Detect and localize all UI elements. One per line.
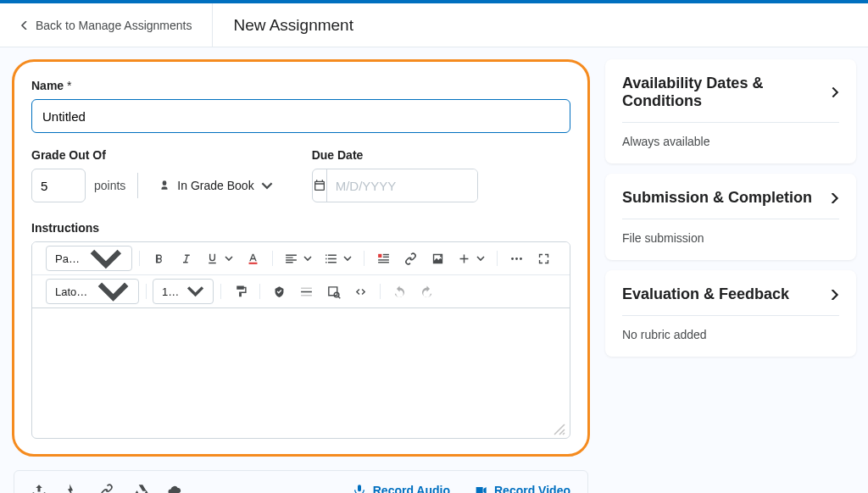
panel-availability-subtitle: Always available	[622, 135, 839, 148]
upload-file-icon[interactable]	[31, 483, 47, 493]
svg-rect-3	[382, 256, 388, 257]
onedrive-icon[interactable]	[167, 483, 182, 493]
chevron-down-icon	[261, 180, 273, 191]
insert-more-button[interactable]	[452, 246, 490, 271]
back-link-label: Back to Manage Assignments	[36, 19, 192, 32]
insert-image-button[interactable]	[425, 246, 450, 271]
chevron-left-icon	[20, 21, 29, 30]
redo-button[interactable]	[414, 279, 439, 304]
image-icon	[431, 252, 445, 266]
chevron-down-icon	[343, 254, 352, 263]
resize-handle-icon[interactable]	[553, 423, 566, 436]
gradebook-icon	[159, 180, 170, 191]
quicklink-icon[interactable]	[65, 483, 81, 493]
more-actions-button[interactable]	[504, 246, 529, 271]
chevron-right-icon	[829, 290, 839, 300]
bold-icon	[152, 252, 166, 266]
chevron-down-icon	[186, 282, 204, 300]
google-drive-icon[interactable]	[133, 483, 148, 493]
divider	[622, 219, 839, 219]
calendar-button[interactable]	[313, 169, 327, 202]
undo-icon	[392, 285, 407, 299]
ellipsis-icon	[509, 252, 524, 266]
grade-label: Grade Out Of	[31, 148, 281, 162]
preview-button[interactable]	[320, 279, 346, 304]
divider	[622, 315, 839, 316]
panel-submission-toggle[interactable]: Submission & Completion	[622, 189, 839, 207]
svg-point-8	[520, 258, 522, 260]
text-color-button[interactable]	[240, 246, 265, 271]
plus-icon	[457, 252, 471, 266]
instructions-textarea[interactable]	[32, 308, 570, 418]
format-painter-icon	[233, 285, 248, 299]
svg-rect-4	[378, 259, 389, 260]
align-button[interactable]	[279, 246, 317, 271]
redo-icon	[420, 285, 434, 299]
calendar-icon	[313, 179, 326, 192]
svg-rect-5	[378, 262, 389, 263]
chevron-right-icon	[829, 193, 839, 203]
insert-link-button[interactable]	[398, 246, 423, 271]
due-date-input[interactable]	[327, 169, 478, 202]
video-icon	[474, 484, 487, 493]
name-input[interactable]	[31, 99, 570, 133]
equation-button[interactable]	[266, 279, 292, 304]
undo-button[interactable]	[387, 279, 412, 304]
editor-toolbar: Paragraph	[32, 242, 570, 308]
panel-evaluation-subtitle: No rubric added	[622, 328, 839, 341]
paragraph-dropdown[interactable]: Paragraph	[46, 246, 132, 271]
chevron-down-icon	[97, 274, 130, 307]
panel-availability: Availability Dates & Conditions Always a…	[605, 59, 856, 163]
header: Back to Manage Assignments New Assignmen…	[0, 3, 868, 47]
record-audio-button[interactable]: Record Audio	[353, 484, 450, 493]
underline-button[interactable]	[200, 246, 238, 271]
panel-availability-toggle[interactable]: Availability Dates & Conditions	[622, 75, 839, 110]
source-code-button[interactable]	[348, 279, 373, 304]
panel-submission-subtitle: File submission	[622, 231, 839, 245]
panel-submission: Submission & Completion File submission	[605, 174, 856, 260]
underline-icon	[205, 252, 220, 266]
list-button[interactable]	[319, 246, 357, 271]
divider	[622, 122, 839, 123]
svg-rect-0	[248, 262, 257, 263]
chevron-down-icon	[303, 254, 312, 263]
bold-button[interactable]	[146, 246, 171, 271]
align-left-icon	[284, 252, 298, 266]
attachments-bar: Record Audio Record Video	[14, 470, 588, 493]
fullscreen-button[interactable]	[531, 246, 556, 271]
record-video-button[interactable]: Record Video	[474, 484, 570, 493]
hr-icon	[299, 285, 314, 299]
insert-stuff-icon	[376, 252, 391, 266]
in-grade-book-button[interactable]: In Grade Book	[150, 172, 281, 199]
italic-button[interactable]	[173, 246, 198, 271]
grade-input[interactable]	[31, 169, 86, 202]
equation-icon	[272, 285, 287, 299]
back-link[interactable]: Back to Manage Assignments	[0, 3, 213, 47]
fullscreen-icon	[537, 252, 551, 266]
chevron-right-icon	[830, 87, 839, 97]
divider	[137, 173, 138, 198]
italic-icon	[179, 252, 193, 266]
link-icon	[403, 252, 418, 266]
panel-evaluation: Evaluation & Feedback No rubric added	[605, 270, 856, 357]
page-title: New Assignment	[213, 16, 353, 35]
preview-icon	[326, 285, 341, 299]
name-label: Name *	[31, 79, 570, 92]
insert-stuff-button[interactable]	[370, 246, 396, 271]
attach-link-icon[interactable]	[99, 483, 114, 493]
svg-rect-9	[301, 291, 312, 291]
chevron-down-icon	[89, 241, 123, 275]
text-color-icon	[246, 252, 260, 266]
points-label: points	[94, 179, 125, 192]
instructions-label: Instructions	[31, 221, 570, 235]
chevron-down-icon	[476, 254, 485, 263]
font-family-dropdown[interactable]: Lato (Recom…	[46, 279, 139, 304]
due-date-label: Due Date	[312, 148, 478, 162]
svg-point-7	[515, 258, 518, 260]
chevron-down-icon	[225, 254, 233, 263]
font-size-dropdown[interactable]: 19px …	[153, 279, 214, 304]
list-icon	[324, 252, 338, 266]
panel-evaluation-toggle[interactable]: Evaluation & Feedback	[622, 285, 839, 303]
format-painter-button[interactable]	[227, 279, 253, 304]
divider-button[interactable]	[293, 279, 319, 304]
